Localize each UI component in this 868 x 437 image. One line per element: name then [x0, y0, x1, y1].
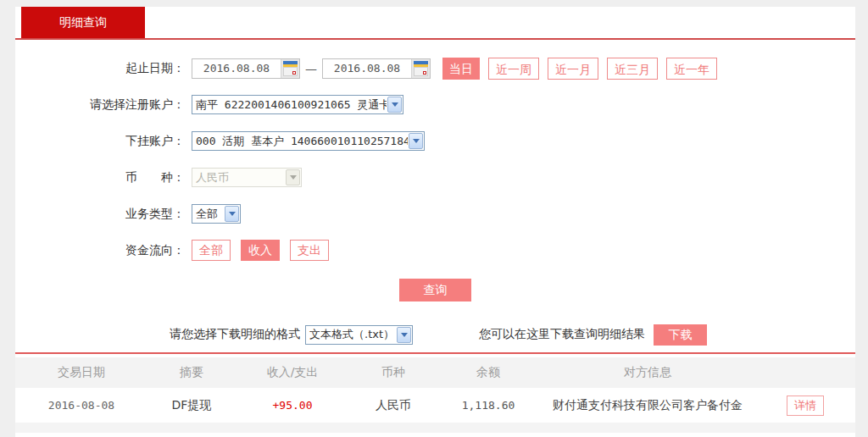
content-panel: 明细查询 起止日期： 2016.08.08 — 2016.08.08 当日 近一…: [15, 7, 855, 437]
sub-account-label: 下挂账户：: [15, 134, 185, 149]
currency-row: 币 种： 人民币: [15, 159, 855, 196]
chevron-down-icon[interactable]: [409, 133, 423, 149]
date-range-row: 起止日期： 2016.08.08 — 2016.08.08 当日 近一周 近一月…: [15, 50, 855, 86]
download-format-label: 请您选择下载明细的格式: [170, 327, 300, 342]
cell-balance: 1,118.60: [437, 399, 539, 412]
business-type-row: 业务类型： 全部: [15, 196, 855, 232]
table-header-row: 交易日期 摘要 收入/支出 币种 余额 对方信息: [15, 357, 855, 388]
register-account-value: 南平 6222001406100921065 灵通卡: [192, 97, 387, 113]
query-button-row: 查询: [15, 279, 855, 301]
fund-flow-income-button[interactable]: 收入: [241, 240, 280, 261]
cell-currency: 人民币: [349, 398, 437, 413]
header-summary: 摘要: [147, 365, 236, 380]
end-date-calendar-icon[interactable]: [411, 59, 430, 78]
header-counterparty: 对方信息: [539, 365, 756, 380]
chevron-down-icon[interactable]: [225, 206, 239, 222]
table-footer-stripe: [15, 423, 855, 433]
table-row: 2016-08-08 DF提现 +95.00 人民币 1,118.60 财付通支…: [15, 388, 855, 423]
table-separator-line: [15, 352, 855, 354]
query-form: 起止日期： 2016.08.08 — 2016.08.08 当日 近一周 近一月…: [15, 40, 855, 301]
cell-amount: +95.00: [236, 399, 349, 412]
register-account-row: 请选择注册账户： 南平 6222001406100921065 灵通卡: [15, 86, 855, 123]
header-currency: 币种: [349, 365, 437, 380]
business-type-value: 全部: [192, 207, 224, 222]
chevron-down-icon[interactable]: [387, 97, 402, 113]
download-format-select[interactable]: 文本格式（.txt）: [305, 325, 413, 345]
fund-flow-label: 资金流向：: [15, 243, 185, 258]
quick-range-today-button[interactable]: 当日: [442, 58, 480, 80]
quick-range-week-button[interactable]: 近一周: [488, 58, 539, 80]
start-date-calendar-icon[interactable]: [281, 59, 299, 78]
start-date-value[interactable]: 2016.08.08: [192, 62, 281, 75]
cell-counterparty: 财付通支付科技有限公司客户备付金: [539, 398, 756, 413]
end-date-input[interactable]: 2016.08.08: [322, 58, 431, 79]
tab-detail-query[interactable]: 明细查询: [21, 7, 145, 38]
date-range-label: 起止日期：: [15, 61, 185, 76]
header-trade-date: 交易日期: [15, 365, 147, 380]
business-type-select[interactable]: 全部: [192, 204, 241, 224]
tab-bar: 明细查询: [15, 7, 855, 38]
sub-account-select[interactable]: 000 活期 基本户 1406600101102571848: [192, 131, 425, 151]
business-type-label: 业务类型：: [15, 207, 185, 222]
end-date-value[interactable]: 2016.08.08: [323, 62, 411, 75]
register-account-label: 请选择注册账户：: [15, 97, 185, 113]
header-income-expense: 收入/支出: [236, 365, 349, 380]
quick-range-3months-button[interactable]: 近三月: [607, 58, 658, 80]
download-hint-text: 您可以在这里下载查询明细结果: [479, 327, 645, 342]
fund-flow-all-button[interactable]: 全部: [192, 240, 231, 261]
fund-flow-expense-button[interactable]: 支出: [290, 240, 329, 261]
currency-label: 币 种：: [15, 170, 185, 185]
download-format-value: 文本格式（.txt）: [306, 327, 396, 342]
cell-summary: DF提现: [147, 398, 236, 413]
header-balance: 余额: [437, 365, 539, 380]
chevron-down-icon: [286, 169, 300, 185]
cell-actions: 详情: [756, 396, 854, 416]
detail-button[interactable]: 详情: [787, 396, 824, 416]
cell-trade-date: 2016-08-08: [15, 399, 147, 412]
currency-select: 人民币: [192, 168, 302, 187]
quick-range-year-button[interactable]: 近一年: [666, 58, 717, 80]
quick-range-month-button[interactable]: 近一月: [548, 58, 598, 80]
date-range-dash: —: [305, 62, 317, 75]
fund-flow-row: 资金流向： 全部 收入 支出: [15, 232, 855, 268]
currency-value: 人民币: [192, 170, 285, 185]
download-button[interactable]: 下载: [654, 324, 707, 346]
start-date-input[interactable]: 2016.08.08: [192, 58, 300, 79]
sub-account-row: 下挂账户： 000 活期 基本户 1406600101102571848: [15, 123, 855, 159]
chevron-down-icon[interactable]: [397, 327, 411, 343]
download-row: 请您选择下载明细的格式 文本格式（.txt） 您可以在这里下载查询明细结果 下载: [15, 324, 855, 346]
query-button[interactable]: 查询: [399, 279, 471, 301]
sub-account-value: 000 活期 基本户 1406600101102571848: [192, 134, 408, 149]
register-account-select[interactable]: 南平 6222001406100921065 灵通卡: [192, 95, 403, 114]
results-table: 交易日期 摘要 收入/支出 币种 余额 对方信息 2016-08-08 DF提现…: [15, 357, 855, 433]
